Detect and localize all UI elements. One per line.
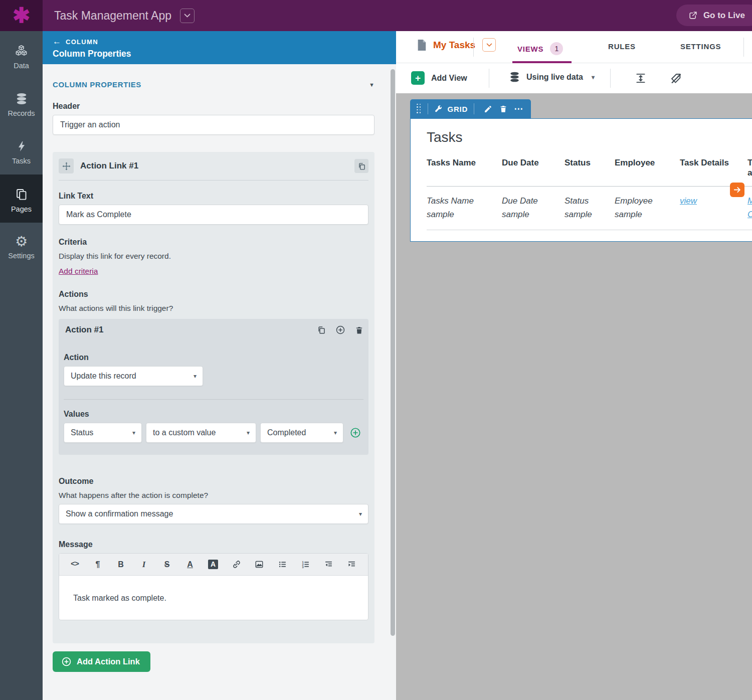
- sidebar-item-label: Records: [8, 109, 35, 117]
- panel-scrollbar[interactable]: [391, 69, 395, 636]
- drag-grip-icon[interactable]: [417, 104, 422, 114]
- add-criteria-link[interactable]: Add criteria: [59, 267, 98, 276]
- sidebar-item-records[interactable]: Records: [0, 79, 43, 127]
- paragraph-icon[interactable]: ¶: [86, 560, 109, 569]
- indent-icon[interactable]: [340, 560, 363, 569]
- fit-height-button[interactable]: [634, 72, 647, 85]
- caret-down-icon: ▾: [359, 510, 362, 517]
- edit-view-button[interactable]: [484, 105, 492, 113]
- bold-icon[interactable]: B: [109, 560, 132, 569]
- column-header[interactable]: Tasks Name: [427, 158, 502, 178]
- text-color-icon[interactable]: A: [178, 560, 202, 569]
- cell-due-date: Due Date sample: [502, 194, 565, 221]
- trash-icon: [499, 104, 507, 113]
- page-dropdown-button[interactable]: [482, 38, 496, 52]
- breadcrumb-label: COLUMN: [66, 38, 98, 46]
- value-field-select[interactable]: Status ▾: [64, 423, 142, 443]
- new-column-pointer-button[interactable]: [730, 183, 744, 197]
- code-view-icon[interactable]: <>: [63, 560, 86, 569]
- header-input[interactable]: Trigger an action: [53, 115, 374, 135]
- panel-header: ← COLUMN Column Properties: [43, 31, 396, 64]
- italic-icon[interactable]: I: [132, 560, 155, 570]
- panel-title: Column Properties: [53, 49, 396, 59]
- collapse-caret-icon[interactable]: ▼: [369, 82, 374, 88]
- grid-title: Tasks: [427, 129, 752, 145]
- link-icon[interactable]: [225, 560, 248, 569]
- duplicate-action-link-button[interactable]: [354, 159, 368, 173]
- tab-rules[interactable]: RULES: [608, 42, 636, 51]
- go-to-live-button[interactable]: Go to Live: [676, 5, 752, 26]
- copy-icon: [357, 162, 366, 170]
- action-link-card: Action Link #1 Link Text Mark as Complet…: [53, 152, 374, 643]
- outcome-select-value: Show a confirmation message: [66, 509, 173, 518]
- sidebar-item-data[interactable]: Data: [0, 31, 43, 79]
- numbered-list-icon[interactable]: 123: [294, 560, 317, 569]
- add-view-button[interactable]: + Add View: [411, 71, 467, 85]
- sidebar-item-label: Pages: [11, 205, 32, 213]
- column-header[interactable]: Trigger an action: [747, 158, 752, 178]
- page-selector[interactable]: My Tasks: [416, 38, 496, 52]
- view-details-link[interactable]: view: [680, 196, 697, 206]
- outcome-select[interactable]: Show a confirmation message ▾: [59, 504, 368, 524]
- sidebar-item-label: Tasks: [12, 157, 31, 165]
- drag-handle-button[interactable]: [59, 158, 74, 173]
- grid-view-panel[interactable]: Tasks Tasks Name Due Date Status Employe…: [410, 118, 752, 242]
- chevron-down-icon: [184, 14, 191, 18]
- action-column-link[interactable]: Mark as Complete: [747, 196, 752, 219]
- column-header[interactable]: Status: [565, 158, 615, 178]
- link-text-input[interactable]: Mark as Complete: [59, 205, 368, 225]
- tag-slash-icon: [669, 72, 683, 85]
- cell-status: Status sample: [565, 194, 615, 221]
- back-arrow-icon[interactable]: ←: [53, 37, 61, 47]
- value-field-value: Status: [71, 428, 93, 437]
- fit-height-icon: [634, 72, 647, 85]
- move-icon: [62, 161, 71, 171]
- message-editor-body[interactable]: Task marked as complete.: [59, 576, 368, 620]
- caret-down-icon: ▾: [247, 429, 250, 436]
- section-column-properties[interactable]: COLUMN PROPERTIES ▼: [53, 80, 374, 89]
- delete-view-button[interactable]: [499, 104, 507, 113]
- tab-settings[interactable]: SETTINGS: [680, 42, 721, 51]
- image-icon[interactable]: [248, 560, 271, 569]
- tab-views[interactable]: VIEWS 1: [517, 42, 563, 55]
- view-type-label: GRID: [448, 105, 468, 113]
- live-data-toggle[interactable]: Using live data ▾: [509, 71, 595, 83]
- column-header[interactable]: Employee: [615, 158, 680, 178]
- app-logo[interactable]: ✱: [0, 0, 43, 31]
- page-header: My Tasks VIEWS 1 RULES SETTINGS + Add Vi…: [396, 31, 752, 93]
- app-switcher-button[interactable]: [180, 9, 195, 23]
- more-options-button[interactable]: ⋯: [514, 103, 523, 114]
- message-editor: <> ¶ B I S A A: [59, 553, 368, 620]
- add-action-link-button[interactable]: Add Action Link: [53, 651, 150, 672]
- value-mode-select[interactable]: to a custom value ▾: [146, 423, 256, 443]
- sidebar-item-pages[interactable]: Pages: [0, 174, 43, 223]
- database-icon: [15, 92, 28, 105]
- column-header[interactable]: Due Date: [502, 158, 565, 178]
- add-action-button[interactable]: [335, 325, 345, 335]
- pages-icon: [15, 188, 28, 201]
- column-header[interactable]: Task Details: [680, 158, 747, 178]
- sidebar-item-tasks[interactable]: Tasks: [0, 127, 43, 174]
- background-color-icon[interactable]: A: [202, 560, 225, 569]
- delete-action-button[interactable]: [355, 325, 363, 335]
- strikethrough-icon[interactable]: S: [155, 560, 178, 569]
- views-count-badge: 1: [550, 42, 563, 55]
- hide-tags-button[interactable]: [669, 72, 683, 85]
- grid-table: Tasks Name Due Date Status Employee Task…: [427, 158, 752, 230]
- sidebar-item-settings[interactable]: ⚙ Settings: [0, 223, 43, 269]
- tab-rules-label: RULES: [608, 42, 636, 51]
- top-bar: ✱ Task Management App Go to Live: [0, 0, 752, 31]
- copy-icon: [317, 325, 326, 334]
- divider: [489, 69, 489, 88]
- cell-employee: Employee sample: [615, 194, 680, 221]
- wrench-icon: [434, 104, 443, 113]
- breadcrumb[interactable]: ← COLUMN: [53, 37, 396, 47]
- value-custom-select[interactable]: Completed ▾: [260, 423, 343, 443]
- caret-down-icon: ▾: [334, 429, 337, 436]
- action-select[interactable]: Update this record ▾: [64, 366, 203, 386]
- duplicate-action-button[interactable]: [317, 325, 326, 334]
- outdent-icon[interactable]: [317, 560, 340, 569]
- main-sidebar: Data Records Tasks Pages ⚙ Settings: [0, 31, 43, 700]
- add-value-button[interactable]: [350, 427, 361, 438]
- bullet-list-icon[interactable]: [271, 560, 294, 569]
